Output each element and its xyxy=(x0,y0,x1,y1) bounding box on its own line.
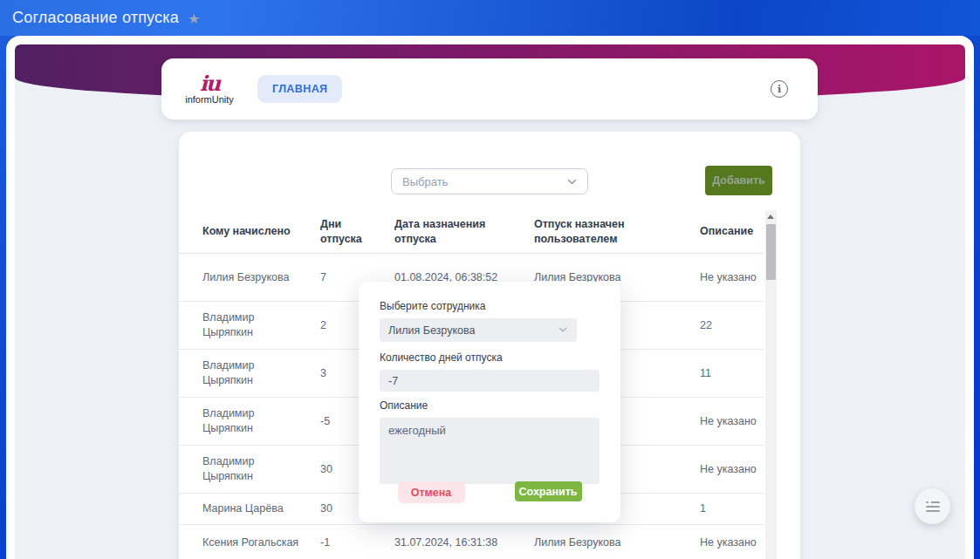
days-input[interactable] xyxy=(380,370,600,392)
col-header-date: Дата назначения отпуска xyxy=(394,217,534,247)
days-label: Количество дней отпуска xyxy=(380,351,600,364)
logo-mark: iu xyxy=(161,74,257,93)
cell-description: Не указано xyxy=(700,462,764,477)
scrollbar-thumb[interactable] xyxy=(766,224,776,280)
employee-label: Выберите сотрудника xyxy=(380,300,600,312)
cell-name: Ксения Рогальская xyxy=(202,535,320,550)
logo-text: informUnity xyxy=(161,94,257,105)
info-icon[interactable]: i xyxy=(771,80,788,98)
floating-menu-button[interactable] xyxy=(915,488,950,524)
cell-description: Не указано xyxy=(700,270,764,285)
window-titlebar: Согласование отпуска ★ xyxy=(0,0,980,36)
table-scrollbar[interactable] xyxy=(765,210,777,559)
cancel-button[interactable]: Отмена xyxy=(398,481,465,503)
app-logo[interactable]: iu informUnity xyxy=(161,74,257,105)
col-header-assigned-by: Отпуск назначен пользователем xyxy=(534,217,700,247)
header-card: iu informUnity ГЛАВНАЯ i xyxy=(161,58,818,119)
filter-select-placeholder: Выбрать xyxy=(402,175,448,188)
tab-main[interactable]: ГЛАВНАЯ xyxy=(257,75,342,103)
cell-description: 1 xyxy=(700,501,764,516)
favorite-star-icon[interactable]: ★ xyxy=(188,10,200,27)
table-header-row: Кому начислено Дни отпуска Дата назначен… xyxy=(179,210,764,254)
add-button[interactable]: Добавить xyxy=(705,166,772,195)
cell-days: -1 xyxy=(320,535,394,550)
cell-date: 31.07.2024, 16:31:38 xyxy=(394,535,534,550)
cell-description: 22 xyxy=(700,318,764,333)
cell-name: Владимир Цыряпкин xyxy=(202,358,320,388)
list-icon xyxy=(926,501,940,512)
employee-select-value: Лилия Безрукова xyxy=(388,324,475,337)
col-header-days: Дни отпуска xyxy=(320,217,394,247)
filter-select[interactable]: Выбрать xyxy=(391,168,588,194)
modal-actions: Отмена Сохранить xyxy=(359,481,620,503)
cell-description: Не указано xyxy=(700,414,764,429)
add-vacation-modal: Выберите сотрудника Лилия Безрукова Коли… xyxy=(359,282,620,522)
page-title: Согласование отпуска xyxy=(12,9,179,27)
chevron-down-icon xyxy=(567,177,577,187)
cell-description: Не указано xyxy=(700,535,764,550)
employee-select[interactable]: Лилия Безрукова xyxy=(380,318,577,342)
cell-name: Владимир Цыряпкин xyxy=(202,310,320,340)
table-row[interactable]: Ксения Рогальская -1 31.07.2024, 16:31:3… xyxy=(179,525,764,559)
cell-name: Владимир Цыряпкин xyxy=(202,454,320,484)
save-button[interactable]: Сохранить xyxy=(515,481,582,501)
scroll-up-icon[interactable] xyxy=(767,215,774,219)
description-textarea[interactable]: ежегодный xyxy=(380,418,600,484)
cell-description: 11 xyxy=(700,366,764,381)
description-label: Описание xyxy=(380,399,600,412)
col-header-recipient: Кому начислено xyxy=(202,224,320,239)
cell-name: Марина Царёва xyxy=(202,501,320,516)
cell-name: Лилия Безрукова xyxy=(202,270,320,285)
cell-name: Владимир Цыряпкин xyxy=(202,406,320,436)
chevron-down-icon xyxy=(559,325,568,335)
cell-assigned-by: Лилия Безрукова xyxy=(534,535,700,550)
col-header-description: Описание xyxy=(700,224,764,239)
